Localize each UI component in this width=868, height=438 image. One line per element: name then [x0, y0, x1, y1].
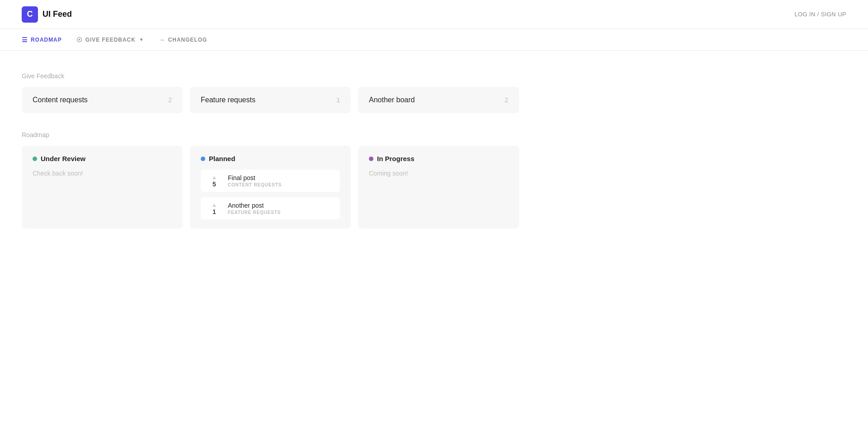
vote-count-final-post: 5	[212, 181, 216, 187]
board-title-another-board: Another board	[369, 96, 415, 104]
nav-item-changelog[interactable]: → CHANGELOG	[159, 34, 208, 45]
nav-item-roadmap[interactable]: ☰ ROADMAP	[22, 34, 62, 45]
arrow-right-icon: →	[159, 36, 165, 43]
post-tag-final-post: CONTENT REQUESTS	[228, 182, 334, 187]
board-count-another-board: 2	[505, 96, 508, 104]
vote-arrow-icon: ▲	[212, 175, 217, 180]
roadmap-column-under-review: Under Review Check back soon!	[22, 146, 183, 229]
post-title-another-post: Another post	[228, 202, 334, 209]
bars-icon: ☰	[22, 36, 28, 43]
header-left: C UI Feed	[22, 6, 72, 23]
auth-link[interactable]: LOG IN / SIGN UP	[794, 11, 846, 18]
post-info-final-post: Final post CONTENT REQUESTS	[228, 174, 334, 187]
planned-title: Planned	[209, 155, 235, 162]
board-title-content-requests: Content requests	[33, 96, 88, 104]
chevron-down-icon: ▼	[139, 37, 144, 42]
post-info-another-post: Another post FEATURE REQUESTS	[228, 202, 334, 215]
vote-count-another-post: 1	[212, 209, 216, 215]
roadmap-grid: Under Review Check back soon! Planned ▲ …	[22, 146, 519, 229]
pin-icon: ☉	[76, 36, 83, 43]
in-progress-header: In Progress	[369, 155, 508, 162]
under-review-header: Under Review	[33, 155, 172, 162]
give-feedback-section: Give Feedback Content requests 2 Feature…	[22, 72, 611, 113]
status-dot-green	[33, 157, 37, 161]
roadmap-column-planned: Planned ▲ 5 Final post CONTENT REQUESTS	[190, 146, 351, 229]
nav-item-give-feedback[interactable]: ☉ GIVE FEEDBACK ▼	[76, 34, 144, 45]
in-progress-title: In Progress	[377, 155, 415, 162]
board-count-feature-requests: 1	[336, 96, 340, 104]
vote-arrow-icon-2: ▲	[212, 202, 217, 208]
post-item-another-post[interactable]: ▲ 1 Another post FEATURE REQUESTS	[201, 197, 340, 219]
give-feedback-label: Give Feedback	[22, 72, 611, 80]
planned-header: Planned	[201, 155, 340, 162]
under-review-empty: Check back soon!	[33, 170, 172, 177]
navigation: ☰ ROADMAP ☉ GIVE FEEDBACK ▼ → CHANGELOG	[0, 29, 868, 51]
app-title: UI Feed	[42, 10, 72, 19]
post-item-final-post[interactable]: ▲ 5 Final post CONTENT REQUESTS	[201, 170, 340, 192]
logo-icon: C	[22, 6, 38, 23]
status-dot-blue	[201, 157, 205, 161]
header: C UI Feed LOG IN / SIGN UP	[0, 0, 868, 29]
roadmap-column-in-progress: In Progress Coming soon!	[358, 146, 519, 229]
board-count-content-requests: 2	[168, 96, 172, 104]
post-tag-another-post: FEATURE REQUESTS	[228, 210, 334, 215]
roadmap-label: Roadmap	[22, 131, 611, 138]
in-progress-empty: Coming soon!	[369, 170, 508, 177]
post-title-final-post: Final post	[228, 174, 334, 181]
vote-box-final-post[interactable]: ▲ 5	[207, 175, 222, 187]
roadmap-section: Roadmap Under Review Check back soon! Pl…	[22, 131, 611, 229]
main-content: Give Feedback Content requests 2 Feature…	[0, 51, 633, 250]
status-dot-purple	[369, 157, 373, 161]
board-grid: Content requests 2 Feature requests 1 An…	[22, 87, 519, 113]
under-review-title: Under Review	[41, 155, 85, 162]
board-card-content-requests[interactable]: Content requests 2	[22, 87, 183, 113]
board-card-another-board[interactable]: Another board 2	[358, 87, 519, 113]
vote-box-another-post[interactable]: ▲ 1	[207, 202, 222, 215]
board-card-feature-requests[interactable]: Feature requests 1	[190, 87, 351, 113]
planned-post-list: ▲ 5 Final post CONTENT REQUESTS ▲ 1	[201, 170, 340, 219]
board-title-feature-requests: Feature requests	[201, 96, 255, 104]
